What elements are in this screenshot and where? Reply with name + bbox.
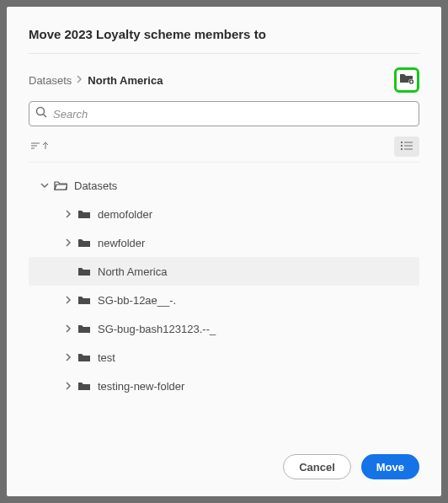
search-field (29, 101, 419, 126)
search-icon (35, 106, 47, 121)
search-input[interactable] (29, 101, 419, 126)
folder-icon (77, 324, 91, 334)
svg-rect-10 (404, 146, 413, 147)
move-folder-dialog: Move 2023 Loyalty scheme members to Data… (7, 7, 441, 496)
chevron-right-icon[interactable] (62, 238, 74, 247)
tree-item[interactable]: testing-new-folder (29, 372, 419, 400)
tree-item-label: North America (98, 265, 167, 278)
breadcrumb[interactable]: Datasets North America (29, 74, 163, 87)
breadcrumb-current: North America (88, 74, 163, 87)
chevron-right-icon (77, 75, 83, 85)
folder-icon (77, 381, 91, 391)
folder-icon (77, 209, 91, 219)
breadcrumb-root[interactable]: Datasets (29, 74, 72, 87)
folder-icon (77, 266, 91, 276)
sort-button[interactable] (29, 138, 51, 155)
list-view-icon (400, 139, 413, 154)
folder-open-icon (54, 180, 67, 190)
svg-point-2 (37, 108, 45, 115)
folder-add-icon (399, 72, 414, 88)
chevron-right-icon[interactable] (62, 210, 74, 218)
svg-rect-7 (401, 142, 403, 143)
tree-item-label: SG-bug-bash123123.--_ (98, 323, 216, 335)
chevron-right-icon[interactable] (62, 353, 74, 361)
svg-rect-8 (404, 142, 413, 143)
move-button[interactable]: Move (361, 454, 419, 479)
folder-tree: Datasets demofoldernewfolderNorth Americ… (29, 163, 419, 441)
view-toggle-button[interactable] (394, 136, 419, 157)
tree-item-label: demofolder (98, 208, 152, 221)
tree-item[interactable]: demofolder (29, 200, 419, 228)
sort-icon (30, 142, 40, 152)
cancel-button[interactable]: Cancel (283, 454, 351, 479)
folder-icon (77, 238, 91, 248)
dialog-footer: Cancel Move (29, 441, 419, 479)
sort-arrow-icon (42, 142, 49, 152)
tree-root-label: Datasets (74, 179, 117, 192)
tree-item[interactable]: test (29, 343, 419, 372)
tree-item-label: test (98, 351, 115, 364)
dialog-title: Move 2023 Loyalty scheme members to (29, 27, 419, 54)
chevron-down-icon[interactable] (39, 183, 51, 189)
tree-item[interactable]: SG-bb-12ae__-. (29, 286, 419, 314)
svg-line-3 (44, 115, 47, 118)
tree-item-label: newfolder (98, 237, 145, 249)
tree-item[interactable]: North America (29, 257, 419, 286)
tree-item[interactable]: SG-bug-bash123123.--_ (29, 314, 419, 343)
chevron-right-icon[interactable] (62, 296, 74, 304)
svg-rect-11 (401, 148, 403, 150)
tree-item[interactable]: newfolder (29, 228, 419, 257)
svg-rect-12 (404, 149, 413, 150)
new-folder-button[interactable] (394, 67, 419, 93)
folder-icon (77, 295, 91, 305)
tree-item-label: SG-bb-12ae__-. (98, 294, 176, 307)
tree-root[interactable]: Datasets (29, 171, 419, 200)
chevron-right-icon[interactable] (62, 382, 74, 390)
toolbar (29, 133, 419, 163)
breadcrumb-row: Datasets North America (29, 54, 419, 101)
folder-icon (77, 352, 91, 362)
chevron-right-icon[interactable] (62, 324, 74, 333)
svg-rect-9 (401, 145, 403, 147)
tree-item-label: testing-new-folder (98, 380, 184, 393)
